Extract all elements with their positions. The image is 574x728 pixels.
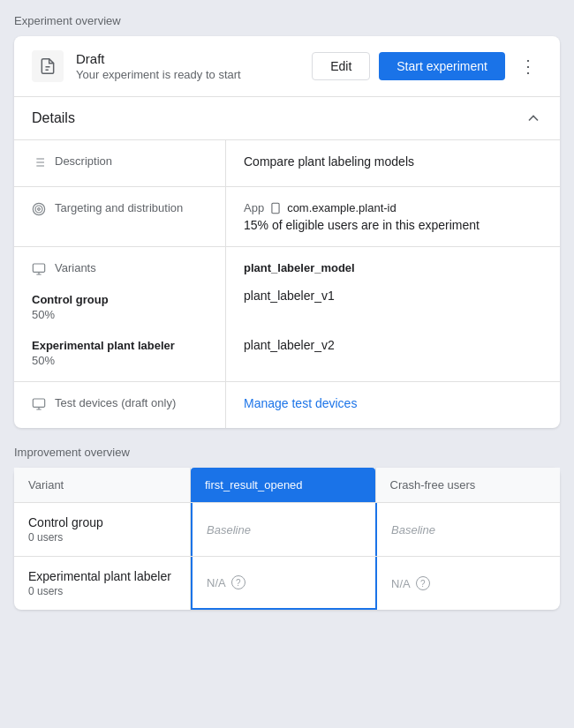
test-devices-label-text: Test devices (draft only) (55, 396, 176, 409)
variant-model-2: plant_labeler_v2 (244, 338, 542, 352)
experimental-metric1-value: N/A ? (207, 575, 245, 589)
svg-point-8 (33, 203, 44, 214)
app-name: com.example.plant-id (287, 201, 397, 214)
help-icon-1[interactable]: ? (231, 575, 245, 589)
svg-rect-13 (33, 264, 44, 272)
control-group-block: Control group 50% (32, 293, 208, 321)
test-devices-value: Manage test devices (226, 382, 560, 428)
experimental-row-users: 0 users (28, 585, 176, 597)
description-row: Description Compare plant labeling model… (14, 140, 560, 187)
col-variant-header: Variant (14, 468, 191, 502)
draft-header: Draft Your experiment is ready to start … (14, 36, 560, 97)
draft-text: Draft Your experiment is ready to start (76, 51, 312, 81)
document-icon (32, 50, 64, 82)
section1-title: Experiment overview (14, 14, 560, 27)
help-icon-2[interactable]: ? (416, 576, 430, 590)
svg-point-10 (38, 208, 41, 211)
svg-rect-11 (272, 203, 279, 214)
app-icon (269, 202, 282, 214)
draft-actions: Edit Start experiment ⋮ (312, 52, 542, 80)
manage-test-devices-link[interactable]: Manage test devices (244, 396, 357, 410)
description-icon (32, 155, 46, 172)
experimental-metric1-cell: N/A ? (191, 557, 377, 610)
variants-label-text: Variants (55, 261, 96, 274)
control-row-name: Control group (28, 515, 176, 529)
control-group-name: Control group (32, 293, 208, 306)
improvement-card: Variant first_result_opened Crash-free u… (14, 468, 560, 610)
draft-status: Draft (76, 51, 312, 66)
variants-icon (32, 262, 46, 279)
control-group-pct: 50% (32, 308, 208, 321)
description-label-text: Description (55, 154, 112, 168)
experimental-variant-cell: Experimental plant labeler 0 users (14, 557, 191, 610)
experimental-group-block: Experimental plant labeler 50% (32, 339, 208, 367)
details-title: Details (32, 110, 75, 126)
control-metric1-value: Baseline (207, 523, 251, 537)
targeting-label-text: Targeting and distribution (55, 201, 183, 214)
app-label: App (244, 201, 264, 214)
table-row-control: Control group 0 users Baseline Baseline (14, 503, 560, 557)
test-devices-label: Test devices (draft only) (14, 382, 226, 428)
improvement-table-header: Variant first_result_opened Crash-free u… (14, 468, 560, 503)
svg-point-9 (35, 206, 42, 213)
targeting-value: App com.example.plant-id 15% of eligible… (226, 187, 560, 246)
col-metric2-header: Crash-free users (375, 468, 561, 502)
test-devices-icon (32, 397, 46, 414)
experiment-card: Draft Your experiment is ready to start … (14, 36, 560, 428)
targeting-icon (32, 202, 46, 219)
experimental-group-name: Experimental plant labeler (32, 339, 208, 352)
variant-model-1: plant_labeler_v1 (244, 289, 542, 303)
control-metric2-value: Baseline (391, 523, 435, 537)
variants-row: Variants Control group 50% Experimental … (14, 247, 560, 382)
details-section: Details Descr (14, 97, 560, 428)
section2-title: Improvement overview (14, 446, 560, 459)
variant-model-2-block: plant_labeler_v2 (244, 338, 542, 352)
experimental-metric2-value: N/A ? (391, 576, 430, 590)
experimental-metric2-cell: N/A ? (377, 557, 560, 610)
control-metric1-cell: Baseline (191, 503, 377, 556)
more-options-button[interactable]: ⋮ (514, 52, 542, 80)
start-experiment-button[interactable]: Start experiment (379, 52, 505, 80)
draft-subtitle: Your experiment is ready to start (76, 68, 312, 81)
test-devices-row: Test devices (draft only) Manage test de… (14, 382, 560, 428)
control-metric2-cell: Baseline (377, 503, 560, 556)
description-label: Description (14, 140, 226, 186)
variant-model-1-block: plant_labeler_v1 (244, 289, 542, 303)
description-value: Compare plant labeling models (226, 140, 560, 186)
variants-col-header: plant_labeler_model (244, 261, 542, 274)
col-metric1-header: first_result_opened (191, 468, 375, 502)
variants-label-col: Variants Control group 50% Experimental … (14, 247, 226, 381)
table-row-experimental: Experimental plant labeler 0 users N/A ?… (14, 557, 560, 610)
variants-value-col: plant_labeler_model plant_labeler_v1 pla… (226, 247, 560, 381)
svg-rect-16 (33, 399, 44, 407)
control-row-users: 0 users (28, 531, 176, 544)
control-variant-cell: Control group 0 users (14, 503, 191, 556)
details-header: Details (14, 97, 560, 140)
experimental-group-pct: 50% (32, 354, 208, 367)
experimental-row-name: Experimental plant labeler (28, 569, 176, 583)
edit-button[interactable]: Edit (312, 52, 370, 80)
distribution-text: 15% of eligible users are in this experi… (244, 218, 542, 232)
targeting-row: Targeting and distribution App com.examp… (14, 187, 560, 247)
targeting-label: Targeting and distribution (14, 187, 226, 246)
collapse-button[interactable] (525, 109, 542, 127)
